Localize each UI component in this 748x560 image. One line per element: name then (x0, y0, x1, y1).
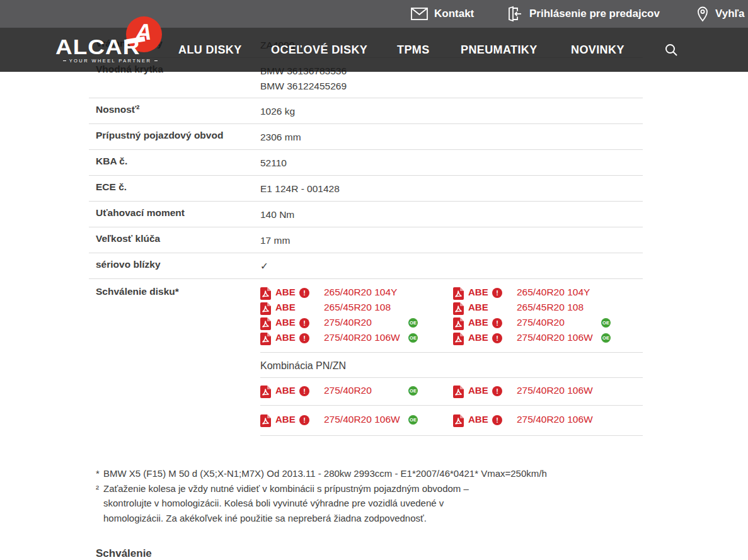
abe-link[interactable]: ABE (468, 317, 488, 328)
pdf-icon[interactable] (453, 386, 464, 401)
footnote-line: skontrolujte v homologizácii. Kolesá bol… (103, 496, 594, 511)
pdf-icon[interactable] (453, 302, 464, 317)
pdf-icon[interactable] (453, 333, 464, 348)
pdf-icon[interactable] (453, 414, 464, 430)
spec-label: Veľkosť klúča (89, 233, 260, 253)
footnote-marker: * (96, 466, 100, 481)
abe-entry: ABE ! 275/40R20 106W (453, 413, 622, 428)
abe-entry: ABE ! 275/40R20 OE (260, 316, 453, 331)
tyre-size-link[interactable]: 275/40R20 106W (517, 414, 593, 425)
map-pin-icon (696, 6, 709, 22)
tyre-size-link[interactable]: 265/45R20 108 (324, 302, 391, 313)
dealer-login-link[interactable]: Prihlásenie pre predajcov (507, 0, 660, 28)
abe-link[interactable]: ABE (275, 332, 296, 343)
oe-badge: OE (408, 333, 418, 343)
contact-label: Kontakt (434, 8, 474, 20)
nav-item-novinky[interactable]: NOVINKY (571, 28, 624, 72)
footnote-marker: ² (96, 481, 99, 496)
footnote-line: homologizácii. Za akékoľvek iné použitie… (103, 511, 594, 526)
abe-entry: ABE ! 275/40R20 106W OE (260, 331, 453, 346)
abe-link[interactable]: ABE (468, 414, 488, 425)
nav-item-ocelove-disky[interactable]: OCEĽOVÉ DISKY (271, 28, 367, 72)
combo-row: ABE ! 275/40R20 OE ABE ! 275/40R20 106W (260, 378, 643, 406)
oe-badge: OE (408, 386, 418, 396)
abe-link[interactable]: ABE (275, 385, 296, 396)
warning-icon[interactable]: ! (492, 415, 502, 425)
oe-badge: OE (601, 333, 611, 343)
login-door-icon (507, 6, 523, 22)
tyre-size-link[interactable]: 275/40R20 (324, 385, 372, 396)
envelope-icon (411, 8, 428, 20)
oe-badge: OE (408, 415, 418, 425)
pdf-icon[interactable] (260, 333, 271, 348)
spec-label: Schválenie disku* (89, 286, 260, 436)
tyre-size-link[interactable]: 275/40R20 (324, 317, 372, 328)
abe-link[interactable]: ABE (275, 414, 296, 425)
nav-item-pneumatiky[interactable]: PNEUMATIKY (461, 28, 538, 72)
abe-link[interactable]: ABE (275, 317, 296, 328)
abe-list: ABE ! 265/40R20 104Y ABE ! 265/40R20 104… (260, 286, 643, 353)
warning-icon[interactable]: ! (492, 386, 502, 396)
dealer-search-link[interactable]: Vyhľa (696, 0, 745, 28)
approval-area: ABE ! 265/40R20 104Y ABE ! 265/40R20 104… (260, 286, 643, 436)
spec-value: 17 mm (260, 233, 643, 253)
warning-icon[interactable]: ! (492, 318, 502, 328)
pdf-icon[interactable] (260, 386, 271, 401)
pdf-icon[interactable] (260, 317, 271, 333)
warning-icon[interactable]: ! (492, 333, 502, 343)
tyre-size-link[interactable]: 275/40R20 106W (517, 332, 593, 343)
spec-label: Uťahovací moment (89, 207, 260, 227)
nav-item-tpms[interactable]: TPMS (397, 28, 430, 72)
abe-link[interactable]: ABE (468, 385, 488, 396)
tyre-size-link[interactable]: 275/40R20 106W (324, 332, 400, 343)
warning-icon[interactable]: ! (492, 288, 502, 298)
tyre-size-link[interactable]: 265/40R20 104Y (324, 287, 397, 298)
tyre-size-link[interactable]: 275/40R20 106W (517, 385, 593, 396)
abe-entry: ABE 265/45R20 108 (453, 301, 622, 316)
warning-icon[interactable]: ! (299, 386, 309, 396)
spec-label: sériovo blízky (89, 259, 260, 278)
abe-link[interactable]: ABE (468, 302, 488, 312)
warning-icon[interactable]: ! (299, 318, 309, 328)
tyre-size-link[interactable]: 265/45R20 108 (517, 302, 584, 313)
abe-link[interactable]: ABE (468, 287, 488, 297)
alcar-logo[interactable]: A ALCAR YOUR WHEEL PARTNER (55, 16, 164, 68)
spec-label: Nosnosť² (89, 104, 260, 123)
dealer-search-label: Vyhľa (715, 8, 745, 20)
warning-icon[interactable]: ! (299, 333, 309, 343)
pdf-icon[interactable] (260, 414, 271, 430)
abe-link[interactable]: ABE (275, 287, 296, 297)
pdf-icon[interactable] (260, 302, 271, 317)
cap-part-number: BMW 36122455269 (260, 79, 643, 94)
nav-item-alu-disky[interactable]: ALU DISKY (178, 28, 242, 72)
pdf-icon[interactable] (453, 317, 464, 333)
combo-heading: Kombinácia PN/ZN (260, 353, 643, 378)
abe-entry: ABE ! 275/40R20 106W (453, 384, 622, 399)
abe-link[interactable]: ABE (275, 302, 296, 312)
tyre-size-link[interactable]: 275/40R20 (517, 317, 565, 328)
abe-entry: ABE ! 275/40R20 106W OE (453, 331, 622, 346)
combo-row: ABE ! 275/40R20 106W OE ABE ! 275/40R20 … (260, 406, 643, 436)
abe-entry: ABE ! 275/40R20 OE (453, 316, 622, 331)
abe-entry: ABE ! 275/40R20 106W OE (260, 413, 453, 428)
footnotes: * BMW X5 (F15) M 50 d (X5;X-N1;M7X) Od 2… (96, 466, 594, 525)
approvals-section: Schválenie disku* ABE ! 265/40R20 104Y A… (89, 279, 643, 436)
spec-value: 52110 (260, 156, 643, 175)
spec-row: Prípustný pojazdový obvod 2306 mm (89, 124, 643, 150)
search-icon[interactable] (664, 43, 678, 59)
contact-link[interactable]: Kontakt (411, 0, 474, 28)
abe-entry: ABE 265/45R20 108 (260, 301, 453, 316)
spec-row: Uťahovací moment 140 Nm (89, 202, 643, 227)
spec-row: Veľkosť klúča 17 mm (89, 227, 643, 253)
warning-icon[interactable]: ! (299, 415, 309, 425)
spec-row: Nosnosť² 1026 kg (89, 98, 643, 124)
abe-entry: ABE ! 275/40R20 OE (260, 384, 453, 399)
spec-value: 2306 mm (260, 130, 643, 149)
warning-icon[interactable]: ! (299, 288, 309, 298)
abe-link[interactable]: ABE (468, 332, 488, 343)
approval-section-heading: Schválenie (96, 547, 643, 560)
pdf-icon[interactable] (453, 287, 464, 302)
pdf-icon[interactable] (260, 287, 271, 302)
tyre-size-link[interactable]: 275/40R20 106W (324, 414, 400, 425)
tyre-size-link[interactable]: 265/40R20 104Y (517, 287, 590, 298)
